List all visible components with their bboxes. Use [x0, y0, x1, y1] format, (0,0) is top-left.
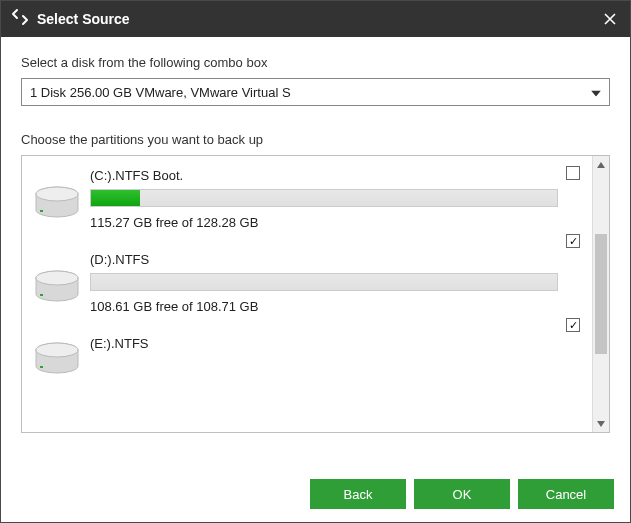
- partition-scroll-area: (C:).NTFS Boot.115.27 GB free of 128.28 …: [22, 156, 592, 432]
- partition-checkbox[interactable]: ✓: [566, 318, 580, 332]
- svg-point-4: [36, 271, 78, 285]
- scrollbar[interactable]: [592, 156, 609, 432]
- partition-row: (E:).NTFS✓: [22, 326, 592, 380]
- close-button[interactable]: [600, 9, 620, 29]
- partition-checkbox[interactable]: [566, 166, 580, 180]
- partition-name: (D:).NTFS: [90, 252, 558, 267]
- partition-free-text: 115.27 GB free of 128.28 GB: [90, 215, 558, 230]
- scroll-down-arrow[interactable]: [593, 415, 609, 432]
- partition-body: (C:).NTFS Boot.115.27 GB free of 128.28 …: [90, 168, 582, 230]
- titlebar: Select Source: [1, 1, 630, 37]
- select-source-dialog: Select Source Select a disk from the fol…: [0, 0, 631, 523]
- disk-icon: [34, 342, 82, 380]
- usage-bar-fill: [91, 190, 140, 206]
- svg-point-1: [36, 187, 78, 201]
- partition-name: (C:).NTFS Boot.: [90, 168, 558, 183]
- usage-bar: [90, 189, 558, 207]
- partition-checkbox[interactable]: ✓: [566, 234, 580, 248]
- partition-row: (D:).NTFS108.61 GB free of 108.71 GB✓: [22, 242, 592, 326]
- partition-body: (D:).NTFS108.61 GB free of 108.71 GB: [90, 252, 582, 314]
- close-icon: [603, 12, 617, 26]
- svg-point-7: [36, 343, 78, 357]
- content-area: Select a disk from the following combo b…: [1, 37, 630, 466]
- partition-name: (E:).NTFS: [90, 336, 558, 351]
- combo-selected-text: 1 Disk 256.00 GB VMware, VMware Virtual …: [30, 85, 291, 100]
- usage-bar: [90, 273, 558, 291]
- svg-rect-2: [40, 210, 43, 212]
- partition-body: (E:).NTFS: [90, 336, 582, 357]
- ok-button[interactable]: OK: [414, 479, 510, 509]
- chevron-down-icon: [591, 85, 601, 100]
- choose-partitions-label: Choose the partitions you want to back u…: [21, 132, 610, 147]
- partition-list: (C:).NTFS Boot.115.27 GB free of 128.28 …: [21, 155, 610, 433]
- title-text: Select Source: [37, 11, 600, 27]
- footer: Back OK Cancel: [1, 466, 630, 522]
- partition-free-text: 108.61 GB free of 108.71 GB: [90, 299, 558, 314]
- disk-icon: [34, 270, 82, 308]
- scroll-up-arrow[interactable]: [593, 156, 609, 173]
- partition-row: (C:).NTFS Boot.115.27 GB free of 128.28 …: [22, 158, 592, 242]
- cancel-button[interactable]: Cancel: [518, 479, 614, 509]
- scroll-thumb[interactable]: [595, 234, 607, 354]
- disk-combobox[interactable]: 1 Disk 256.00 GB VMware, VMware Virtual …: [21, 78, 610, 106]
- svg-rect-8: [40, 366, 43, 368]
- svg-rect-5: [40, 294, 43, 296]
- back-button[interactable]: Back: [310, 479, 406, 509]
- disk-icon: [34, 186, 82, 224]
- select-disk-label: Select a disk from the following combo b…: [21, 55, 610, 70]
- app-icon: [11, 8, 29, 30]
